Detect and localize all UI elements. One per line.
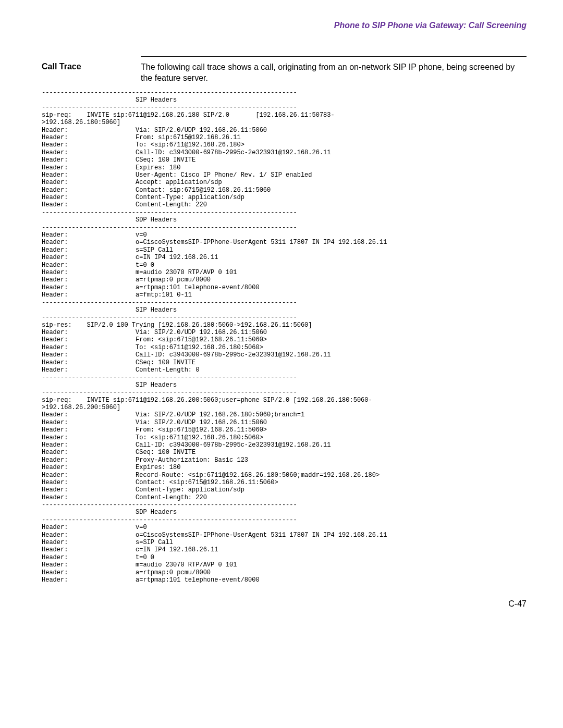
page-number: C-47 — [42, 599, 527, 609]
section-text: The following call trace shows a call, o… — [141, 62, 527, 84]
section-label: Call Trace — [42, 62, 141, 71]
call-trace-block: ----------------------------------------… — [42, 89, 527, 584]
divider — [141, 56, 527, 57]
section-row: Call Trace The following call trace show… — [42, 62, 527, 84]
page-header-title: Phone to SIP Phone via Gateway: Call Scr… — [42, 21, 527, 30]
